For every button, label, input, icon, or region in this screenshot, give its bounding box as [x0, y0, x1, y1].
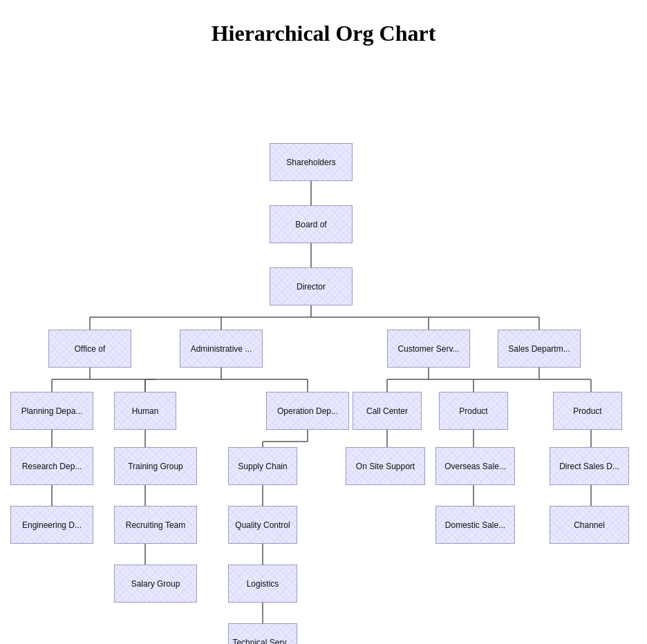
- org-node-admin[interactable]: Administrative ...: [180, 330, 263, 368]
- org-node-logistics[interactable]: Logistics: [228, 565, 297, 603]
- org-node-technical[interactable]: Technical Serv...: [228, 623, 297, 644]
- org-node-callcenter[interactable]: Call Center: [353, 392, 422, 430]
- org-node-product1[interactable]: Product: [439, 392, 508, 430]
- org-node-domesticsale[interactable]: Domestic Sale...: [435, 506, 515, 544]
- org-node-research[interactable]: Research Dep...: [10, 447, 93, 485]
- page-title: Hierarchical Org Chart: [0, 0, 647, 60]
- org-node-training[interactable]: Training Group: [114, 447, 197, 485]
- org-node-onsitesupport[interactable]: On Site Support: [346, 447, 425, 485]
- org-node-operation[interactable]: Operation Dep...: [266, 392, 349, 430]
- org-node-supplychain[interactable]: Supply Chain: [228, 447, 297, 485]
- org-node-planning[interactable]: Planning Depa...: [10, 392, 93, 430]
- org-chart: ShareholdersBoard ofDirectorOffice ofAdm…: [0, 60, 647, 644]
- org-node-office[interactable]: Office of: [48, 330, 131, 368]
- org-node-overseassale[interactable]: Overseas Sale...: [435, 447, 515, 485]
- org-node-customer[interactable]: Customer Serv...: [387, 330, 470, 368]
- org-node-recruiting[interactable]: Recruiting Team: [114, 506, 197, 544]
- org-node-product2[interactable]: Product: [553, 392, 622, 430]
- org-node-shareholders[interactable]: Shareholders: [270, 143, 353, 181]
- org-node-director[interactable]: Director: [270, 267, 353, 305]
- org-node-channel[interactable]: Channel: [550, 506, 629, 544]
- org-node-engineering[interactable]: Engineering D...: [10, 506, 93, 544]
- org-node-sales[interactable]: Sales Departm...: [498, 330, 581, 368]
- org-node-directsales[interactable]: Direct Sales D...: [550, 447, 629, 485]
- org-node-board[interactable]: Board of: [270, 205, 353, 243]
- org-node-human[interactable]: Human: [114, 392, 176, 430]
- org-node-quality[interactable]: Quality Control: [228, 506, 297, 544]
- org-node-salary[interactable]: Salary Group: [114, 565, 197, 603]
